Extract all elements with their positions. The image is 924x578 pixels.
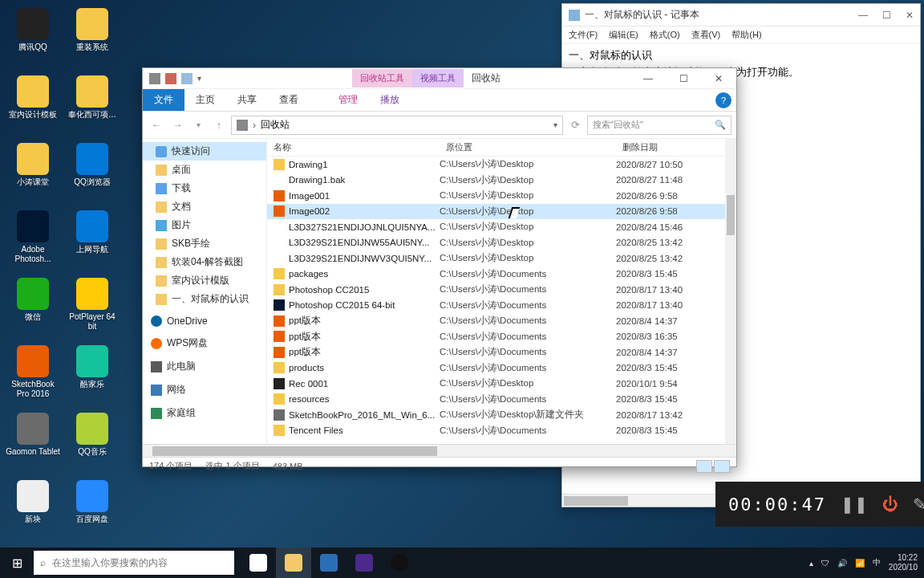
table-row[interactable]: Rec 0001C:\Users\小涛\Desktop2020/10/1 9:5… <box>267 376 736 392</box>
view-thumbs-button[interactable] <box>714 460 730 473</box>
table-row[interactable]: productsC:\Users\小涛\Documents2020/8/3 15… <box>267 360 736 377</box>
table-row[interactable]: packagesC:\Users\小涛\Documents2020/8/3 15… <box>267 267 736 283</box>
tray-icon[interactable]: ▴ <box>809 559 813 568</box>
table-row[interactable]: L3D327S21ENDIJOJNLQUI5NYA...C:\Users\小涛\… <box>267 219 736 235</box>
table-row[interactable]: ppt版本C:\Users\小涛\Documents2020/8/4 14:37 <box>267 344 736 360</box>
qat-item[interactable] <box>165 73 176 84</box>
desktop-icon[interactable]: 小涛课堂 <box>5 143 61 206</box>
sidebar-item[interactable]: 软装04-解答截图 <box>143 253 266 271</box>
desktop-icon[interactable]: 新块 <box>5 480 61 543</box>
view-details-button[interactable] <box>696 460 712 473</box>
nav-forward-button[interactable]: → <box>168 116 186 134</box>
nav-back-button[interactable]: ← <box>148 116 165 134</box>
close-button[interactable]: ✕ <box>701 68 736 89</box>
desktop-icon[interactable]: PotPlayer 64 bit <box>64 278 120 340</box>
sidebar-item[interactable]: 一、对鼠标的认识 <box>143 290 266 308</box>
table-row[interactable]: L3D329S21ENDIJNWV3QUI5NY...C:\Users\小涛\D… <box>267 250 736 267</box>
tray-icon[interactable]: 🛡 <box>821 559 829 568</box>
maximize-button[interactable]: ☐ <box>666 68 701 89</box>
taskbar-app[interactable] <box>311 547 346 578</box>
horizontal-scrollbar[interactable] <box>143 444 736 457</box>
context-tab-recycle[interactable]: 回收站工具 <box>352 69 412 88</box>
tray-icon[interactable]: 📶 <box>855 559 865 568</box>
taskbar-app[interactable] <box>346 547 382 578</box>
desktop-icon[interactable]: 重装系统 <box>64 8 120 71</box>
menu-item[interactable]: 查看(V) <box>691 29 721 41</box>
sidebar-network[interactable]: 网络 <box>143 381 266 399</box>
table-row[interactable]: ppt版本C:\Users\小涛\Documents2020/8/4 14:37 <box>267 313 736 329</box>
sidebar-homegroup[interactable]: 家庭组 <box>143 404 266 422</box>
desktop-icon[interactable]: 百度网盘 <box>64 480 120 543</box>
edit-button[interactable]: ✎ <box>913 495 924 514</box>
taskbar-taskview[interactable] <box>241 547 276 578</box>
minimize-button[interactable]: — <box>858 10 868 21</box>
menu-item[interactable]: 帮助(H) <box>732 29 761 41</box>
table-row[interactable]: Photoshop CC2015C:\Users\小涛\Documents202… <box>267 282 736 298</box>
pause-button[interactable]: ❚❚ <box>841 495 868 514</box>
col-location[interactable]: 原位置 <box>440 141 616 153</box>
stop-button[interactable]: ⏻ <box>882 495 898 514</box>
context-tab-video[interactable]: 视频工具 <box>412 69 464 88</box>
desktop-icon[interactable]: QQ音乐 <box>64 413 120 475</box>
tray-ime[interactable]: 中 <box>873 557 881 568</box>
table-row[interactable]: Drawing1.bakC:\Users\小涛\Desktop2020/8/27… <box>267 173 736 189</box>
col-date[interactable]: 删除日期 <box>616 141 736 153</box>
sidebar-item[interactable]: SKB手绘 <box>143 234 266 253</box>
table-row[interactable]: ppt版本C:\Users\小涛\Documents2020/8/3 16:35 <box>267 329 736 345</box>
col-name[interactable]: 名称 <box>267 141 440 153</box>
system-tray[interactable]: ▴ 🛡 🔊 📶 中 10:22 2020/10 <box>809 553 924 572</box>
ribbon-play[interactable]: 播放 <box>369 89 411 111</box>
desktop-icon[interactable]: QQ浏览器 <box>64 143 120 206</box>
table-row[interactable]: resourcesC:\Users\小涛\Documents2020/8/3 1… <box>267 392 736 408</box>
ribbon-manage[interactable]: 管理 <box>327 89 369 111</box>
vertical-scrollbar[interactable] <box>725 139 736 444</box>
sidebar-item[interactable]: 室内设计模版 <box>143 271 266 290</box>
tray-clock[interactable]: 10:22 2020/10 <box>889 553 918 572</box>
maximize-button[interactable]: ☐ <box>882 10 891 21</box>
column-headers[interactable]: 名称 原位置 删除日期 <box>267 139 736 157</box>
help-icon[interactable]: ? <box>715 92 732 108</box>
notepad-titlebar[interactable]: 一、对鼠标的认识 - 记事本 — ☐ ✕ <box>562 4 920 26</box>
desktop-icon[interactable]: 腾讯QQ <box>5 8 61 71</box>
desktop-icon[interactable]: 奉化西可项… <box>64 75 120 138</box>
table-row[interactable]: Drawing1C:\Users\小涛\Desktop2020/8/27 10:… <box>267 157 736 173</box>
desktop-icon[interactable]: 上网导航 <box>64 210 120 273</box>
table-row[interactable]: SketchBookPro_2016_ML_Win_6...C:\Users\小… <box>267 407 736 423</box>
sidebar-wps[interactable]: WPS网盘 <box>143 334 266 352</box>
taskbar-search[interactable]: ⌕ 在这里输入你要搜索的内容 <box>34 551 234 575</box>
desktop-icon[interactable]: Gaomon Tablet <box>5 413 61 475</box>
sidebar-onedrive[interactable]: OneDrive <box>143 313 266 329</box>
ribbon-share[interactable]: 共享 <box>226 89 268 111</box>
table-row[interactable]: Tencent FilesC:\Users\小涛\Documents2020/8… <box>267 423 736 439</box>
sidebar-item[interactable]: 文档 <box>143 197 266 216</box>
desktop-icon[interactable]: 室内设计模板 <box>5 75 61 138</box>
ribbon-file[interactable]: 文件 <box>143 89 184 111</box>
minimize-button[interactable]: — <box>630 68 666 89</box>
menu-item[interactable]: 格式(O) <box>650 29 680 41</box>
menu-item[interactable]: 文件(F) <box>569 29 598 41</box>
close-button[interactable]: ✕ <box>906 10 914 21</box>
table-row[interactable]: Photoshop CC2015 64-bitC:\Users\小涛\Docum… <box>267 298 736 314</box>
sidebar-quick-access[interactable]: 快速访问 <box>143 142 266 161</box>
sidebar-item[interactable]: 图片 <box>143 216 266 234</box>
desktop-icon[interactable]: Adobe Photosh... <box>5 210 61 273</box>
refresh-button[interactable]: ⟳ <box>566 116 584 134</box>
address-bar[interactable]: › 回收站 ▾ <box>231 116 563 135</box>
taskbar-explorer[interactable] <box>276 547 311 578</box>
tray-icon[interactable]: 🔊 <box>837 559 847 568</box>
sidebar-this-pc[interactable]: 此电脑 <box>143 357 266 376</box>
sidebar-item[interactable]: 桌面 <box>143 161 266 179</box>
taskbar-app[interactable] <box>382 547 417 578</box>
table-row[interactable]: L3D329S21ENDIJNW55AUI5NY...C:\Users\小涛\D… <box>267 235 736 251</box>
start-button[interactable]: ⊞ <box>0 547 34 578</box>
table-row[interactable]: Image001C:\Users\小涛\Desktop2020/8/26 9:5… <box>267 188 736 204</box>
explorer-titlebar[interactable]: ▾ 回收站工具 视频工具 回收站 — ☐ ✕ <box>143 68 736 89</box>
nav-recent-button[interactable]: ▾ <box>189 116 207 134</box>
nav-up-button[interactable]: ↑ <box>210 116 228 134</box>
search-input[interactable]: 搜索"回收站" 🔍 <box>587 116 732 135</box>
desktop-icon[interactable]: SketchBook Pro 2016 <box>5 345 61 408</box>
menu-item[interactable]: 编辑(E) <box>609 29 638 41</box>
table-row[interactable]: Image002C:\Users\小涛\Desktop2020/8/26 9:5… <box>267 204 736 220</box>
desktop-icon[interactable]: 微信 <box>5 278 61 340</box>
sidebar-item[interactable]: 下载 <box>143 179 266 197</box>
